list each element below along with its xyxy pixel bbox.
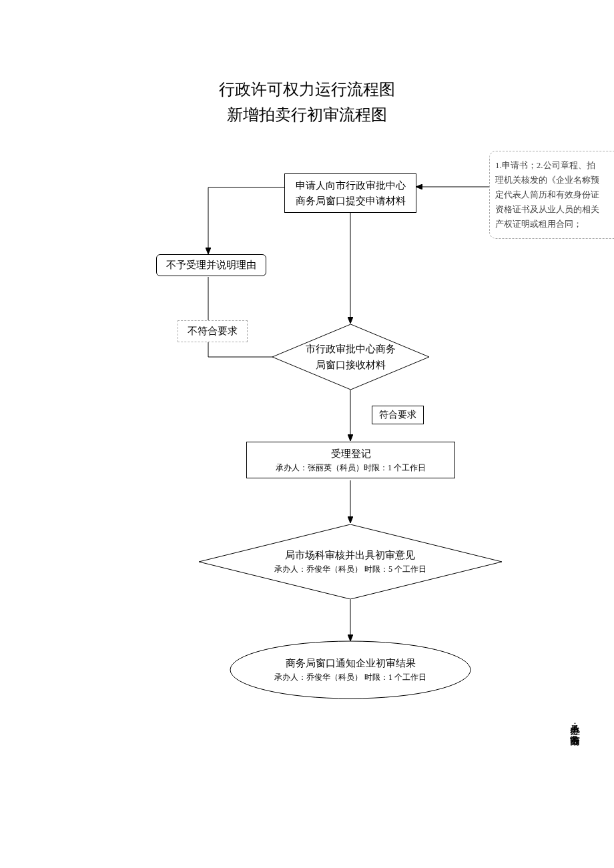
node-review-sub: 承办人：乔俊华（科员） 时限：5 个工作日 [244,563,456,576]
node-review: 局市场科审核并出具初审意见 承办人：乔俊华（科员） 时限：5 个工作日 [199,524,502,599]
node-notify-title: 商务局窗口通知企业初审结果 [248,655,453,671]
node-reject: 不予受理并说明理由 [156,254,266,276]
node-reject-label: 不予受理并说明理由 [166,259,256,272]
node-receive-line2: 局窗口接收材料 [296,357,406,373]
node-accept-title: 受理登记 [331,446,371,462]
pass-label: 符合要求 [372,406,424,424]
note-l5: 产权证明或租用合同； [495,217,614,232]
node-receive-line1: 市行政审批中心商务 [296,341,406,357]
footer-vertical: 承办单位：临汾市商务 [568,717,581,727]
node-notify: 商务局窗口通知企业初审结果 承办人：乔俊华（科员） 时限：1 个工作日 [230,640,471,699]
note-l4: 资格证书及从业人员的相关 [495,202,614,217]
notes-box: 1.申请书；2.公司章程、拍 理机关核发的《企业名称预 定代表人简历和有效身份证… [489,151,614,239]
node-receive-content: 市行政审批中心商务 局窗口接收材料 [296,341,406,373]
pass-label-text: 符合要求 [379,410,416,420]
note-l1: 1.申请书；2.公司章程、拍 [495,158,614,173]
node-notify-sub: 承办人：乔俊华（科员） 时限：1 个工作日 [248,671,453,684]
note-l3: 定代表人简历和有效身份证 [495,187,614,202]
node-submit-line2: 商务局窗口提交申请材料 [296,193,406,209]
node-receive: 市行政审批中心商务 局窗口接收材料 [272,324,429,390]
node-submit: 申请人向市行政审批中心 商务局窗口提交申请材料 [284,173,416,213]
connectors [0,0,614,868]
node-submit-line1: 申请人向市行政审批中心 [296,178,406,193]
node-review-content: 局市场科审核并出具初审意见 承办人：乔俊华（科员） 时限：5 个工作日 [244,547,456,576]
node-accept-sub: 承办人：张丽英（科员）时限：1 个工作日 [276,462,426,474]
flowchart-container: 申请人向市行政审批中心 商务局窗口提交申请材料 1.申请书；2.公司章程、拍 理… [0,0,614,868]
node-not-pass-label: 不符合要求 [188,325,238,338]
node-accept: 受理登记 承办人：张丽英（科员）时限：1 个工作日 [246,442,455,478]
node-notify-content: 商务局窗口通知企业初审结果 承办人：乔俊华（科员） 时限：1 个工作日 [248,655,453,684]
note-l2: 理机关核发的《企业名称预 [495,173,614,187]
node-not-pass: 不符合要求 [178,320,248,342]
node-review-title: 局市场科审核并出具初审意见 [244,547,456,563]
